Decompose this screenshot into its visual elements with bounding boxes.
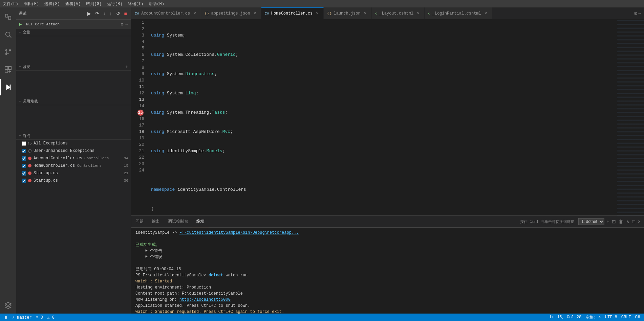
panel-tab-debug-console[interactable]: 调试控制台 [164, 216, 192, 227]
callstack-section-header[interactable]: ▾ 调用堆栈 [16, 98, 131, 105]
activity-explorer[interactable] [0, 9, 16, 25]
tab-appsettings[interactable]: {} appsettings.json × [201, 7, 261, 19]
debug-play-icon[interactable]: ▶ [19, 21, 22, 27]
status-branch[interactable]: ⚡ master [12, 315, 32, 320]
menu-item-select[interactable]: 选择(S) [44, 1, 60, 7]
code-content[interactable]: using System; using System.Collections.G… [148, 19, 617, 215]
debug-step-over-btn[interactable]: ↷ [94, 10, 101, 17]
code-editor-container[interactable]: 1 2 3 4 5 6 7 8 9 10 11 12 13 14 [131, 19, 644, 215]
menu-item-view[interactable]: 查看(V) [65, 1, 81, 7]
status-cursor[interactable]: Ln 15, Col 28 [550, 315, 582, 320]
tab-layout[interactable]: ◇ _Layout.cshtml × [372, 7, 425, 19]
code-editor[interactable]: 1 2 3 4 5 6 7 8 9 10 11 12 13 14 [131, 19, 617, 215]
status-line-ending[interactable]: CRLF [621, 315, 631, 320]
panel-tab-output[interactable]: 输出 [148, 216, 164, 227]
menu-item-help[interactable]: 帮助(H) [149, 1, 164, 7]
breakpoint-all-exceptions[interactable]: All Exceptions [16, 140, 131, 147]
breakpoint-startup-2-checkbox[interactable] [22, 179, 26, 183]
panel-collapse-btn[interactable]: ∧ [625, 218, 630, 225]
code-line-10: { [151, 206, 617, 212]
panel-toolbar: 按住 Ctrl 并单击可切换到链接 1: dotnet + ⊡ 🗑 ∧ □ × [520, 216, 644, 227]
debug-more-icon[interactable]: ⋯ [126, 21, 128, 27]
minimap-content [617, 19, 644, 215]
terminal-split-btn[interactable]: ⊡ [611, 218, 617, 225]
status-debug[interactable]: ⏸ [4, 315, 8, 320]
status-spaces[interactable]: 空格: 4 [585, 315, 601, 320]
tab-layout-icon: ◇ [375, 11, 378, 16]
activity-remote[interactable] [0, 297, 16, 314]
activity-debug[interactable] [0, 79, 16, 95]
tab-login-close[interactable]: × [483, 11, 489, 16]
terminal-add-btn[interactable]: + [606, 218, 610, 225]
svg-rect-0 [5, 14, 8, 17]
tab-appsettings-close[interactable]: × [252, 11, 258, 16]
debug-step-into-btn[interactable]: ↓ [102, 10, 107, 17]
watch-section-header[interactable]: ▾ 监视 + [16, 63, 131, 71]
menu-item-file[interactable]: 文件(F) [3, 1, 18, 7]
breakpoint-user-unhandled-label: User-Unhandled Exceptions [34, 148, 94, 153]
breakpoint-startup-1-checkbox[interactable] [22, 171, 26, 176]
terminal-content[interactable]: identitySample -> F:\cuitest\identitySam… [131, 228, 644, 314]
breakpoint-home-controller[interactable]: HomeController.cs Controllers 15 [16, 162, 131, 169]
code-line-6: using Microsoft.AspNetCore.Mvc; [151, 129, 617, 135]
breakpoint-user-unhandled-checkbox[interactable] [22, 149, 26, 153]
editor-area: C# AccountController.cs × {} appsettings… [131, 7, 644, 314]
tab-launch[interactable]: {} launch.json × [324, 7, 371, 19]
variables-section-header[interactable]: ▾ 变量 [16, 29, 131, 36]
tab-account-label: AccountController.cs [141, 11, 190, 16]
tab-home-close[interactable]: × [315, 11, 320, 16]
activity-search[interactable] [0, 26, 16, 43]
tab-launch-close[interactable]: × [363, 11, 368, 16]
debug-config-name[interactable]: .NET Core Attach [24, 22, 119, 26]
terminal-path-link[interactable]: F:\cuitest\identitySample\bin\Debug\netc… [179, 230, 299, 235]
code-line-3: using System.Diagnostics; [151, 71, 617, 77]
debug-continue-btn[interactable]: ▶ [86, 10, 92, 17]
tab-login-label: _LoginPartial.cshtml [432, 11, 481, 16]
editor-more-icon[interactable]: ⋯ [639, 10, 641, 16]
breakpoint-home-controller-checkbox[interactable] [22, 164, 26, 168]
terminal-trash-btn[interactable]: 🗑 [618, 218, 624, 225]
debug-stop-btn[interactable]: ■ [123, 10, 128, 17]
menu-item-run[interactable]: 运行(R) [107, 1, 123, 7]
tab-home-controller[interactable]: C# HomeController.cs × [261, 7, 324, 19]
breakpoint-startup-2[interactable]: Startup.cs 30 [16, 177, 131, 184]
breakpoint-all-exceptions-checkbox[interactable] [22, 141, 26, 146]
tab-account-close[interactable]: × [192, 11, 197, 16]
breakpoint-startup-1-count: 21 [124, 171, 128, 175]
debug-step-out-btn[interactable]: ↑ [108, 10, 113, 17]
tab-launch-icon: {} [327, 12, 331, 16]
terminal-instance-select[interactable]: 1: dotnet [578, 218, 604, 225]
sidebar-debug: 调试 ▶ ↷ ↓ ↑ ↺ ■ ▶ .NET Core Attach ⚙ ⋯ ▾ … [16, 7, 131, 314]
debug-gear-icon[interactable]: ⚙ [121, 22, 124, 27]
menu-item-edit[interactable]: 编辑(E) [24, 1, 39, 7]
breakpoint-account-controller[interactable]: AccountController.cs Controllers 34 [16, 155, 131, 162]
svg-point-4 [6, 50, 7, 51]
tab-login[interactable]: ◇ _LoginPartial.cshtml × [425, 7, 492, 19]
terminal-time: 已用时间 00:00:04.15 [135, 266, 640, 272]
terminal-line-path: identitySample -> F:\cuitest\identitySam… [135, 230, 640, 236]
status-warnings[interactable]: ⚠ 0 [47, 315, 55, 320]
panel-maximize-btn[interactable]: □ [631, 218, 636, 225]
tab-appsettings-label: appsettings.json [211, 11, 250, 16]
breakpoint-account-controller-checkbox[interactable] [22, 156, 26, 161]
status-encoding[interactable]: UTF-8 [605, 315, 617, 320]
breakpoints-section-header[interactable]: ▾ 断点 [16, 132, 131, 140]
menu-item-goto[interactable]: 转到(G) [86, 1, 102, 7]
tab-layout-close[interactable]: × [415, 11, 421, 16]
status-language[interactable]: C# [635, 315, 640, 320]
breakpoint-startup-1[interactable]: Startup.cs 21 [16, 169, 131, 177]
status-errors[interactable]: ⊗ 0 [36, 315, 43, 320]
editor-split-icon[interactable]: ⊡ [634, 10, 637, 16]
activity-extensions[interactable] [0, 62, 16, 78]
breakpoint-user-unhandled[interactable]: User-Unhandled Exceptions [16, 147, 131, 155]
panel-tab-problems[interactable]: 问题 [131, 216, 148, 227]
breakpoint-account-controller-count: 34 [124, 156, 128, 160]
panel-close-btn[interactable]: × [637, 218, 641, 225]
menu-item-terminal[interactable]: 终端(T) [128, 1, 144, 7]
activity-source-control[interactable] [0, 44, 16, 60]
tab-account-controller[interactable]: C# AccountController.cs × [131, 7, 201, 19]
terminal-cmd-1: PS F:\cuitest\identitySample> dotnet wat… [135, 272, 640, 278]
panel-tab-terminal[interactable]: 终端 [192, 216, 209, 227]
watch-add-icon[interactable]: + [125, 64, 128, 70]
debug-restart-btn[interactable]: ↺ [115, 10, 122, 17]
